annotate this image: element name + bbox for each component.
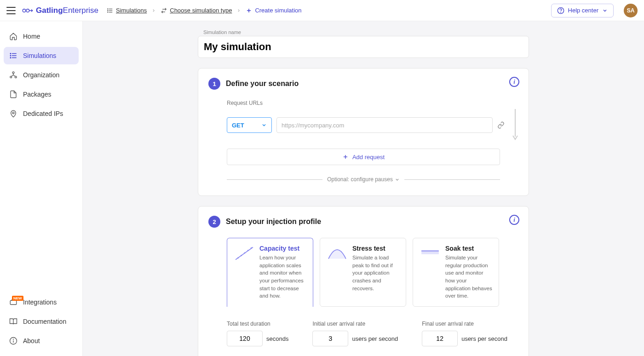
http-method-select[interactable]: GET — [227, 117, 272, 133]
svg-point-5 — [108, 8, 108, 9]
sidebar-item-simulations[interactable]: Simulations — [4, 47, 79, 64]
plus-icon — [342, 154, 349, 160]
duration-input[interactable] — [227, 331, 263, 346]
svg-point-18 — [12, 72, 14, 74]
home-icon — [9, 32, 17, 40]
profile-title: Soak test — [445, 245, 492, 252]
final-rate-input[interactable] — [422, 331, 458, 346]
info-icon[interactable]: i — [509, 77, 519, 87]
sidebar-item-organization[interactable]: Organization — [4, 66, 79, 84]
chevron-down-icon — [261, 122, 267, 128]
profile-card-capacity[interactable]: Capacity test Learn how your application… — [227, 238, 313, 307]
chevron-right-icon — [236, 8, 241, 13]
step-number: 1 — [208, 78, 220, 90]
sidebar-item-label: Documentation — [23, 318, 66, 325]
user-avatar[interactable]: SA — [624, 4, 638, 17]
book-icon — [9, 317, 17, 326]
svg-point-6 — [108, 10, 108, 11]
link-icon[interactable] — [497, 121, 505, 129]
capacity-chart-icon — [234, 245, 255, 261]
profile-desc: Simulate a load peak to find out if your… — [352, 254, 399, 292]
param-label: Initial user arrival rate — [312, 321, 398, 327]
initial-rate-input[interactable] — [312, 331, 348, 346]
pin-icon — [9, 109, 17, 118]
step-2-card: 2 Setup your injection profile i Capacit… — [198, 206, 529, 356]
profile-card-soak[interactable]: Soak test Simulate your regular producti… — [413, 238, 499, 307]
sidebar-item-label: Home — [23, 33, 40, 40]
breadcrumb-label: Choose simulation type — [170, 7, 232, 14]
svg-point-0 — [23, 9, 26, 12]
plus-icon — [246, 7, 252, 14]
soak-chart-icon — [420, 245, 441, 261]
breadcrumb-label: Simulations — [116, 7, 147, 14]
svg-point-31 — [244, 253, 245, 254]
breadcrumb-label: Create simulation — [255, 7, 301, 14]
sidebar-item-documentation[interactable]: Documentation — [4, 313, 79, 330]
sidebar-item-label: About — [23, 337, 40, 345]
configure-pauses-toggle[interactable]: Optional: configure pauses — [327, 176, 400, 183]
sidebar-item-label: Organization — [23, 71, 59, 79]
sidebar-item-about[interactable]: About — [4, 332, 79, 350]
sidebar-item-integrations[interactable]: NEW Integrations — [4, 293, 79, 311]
http-method-value: GET — [232, 122, 244, 129]
svg-point-25 — [13, 339, 14, 339]
svg-point-17 — [10, 57, 11, 58]
sidebar: Home Simulations Organization Packages D… — [0, 21, 83, 356]
profile-title: Capacity test — [259, 245, 306, 252]
chevron-down-icon — [602, 8, 608, 13]
svg-point-15 — [10, 53, 11, 54]
param-unit: seconds — [266, 335, 288, 342]
profile-title: Stress test — [352, 245, 399, 252]
profile-card-stress[interactable]: Stress test Simulate a load peak to find… — [320, 238, 406, 307]
profile-desc: Learn how your application scales and mo… — [259, 254, 306, 300]
sidebar-item-label: Packages — [23, 91, 51, 98]
svg-point-16 — [10, 55, 11, 56]
new-badge: NEW — [12, 296, 23, 301]
param-final-rate: Final user arrival rate users per second — [422, 321, 507, 346]
svg-point-11 — [560, 12, 561, 12]
param-label: Total test duration — [227, 321, 288, 327]
svg-point-1 — [26, 9, 29, 12]
sidebar-item-label: Dedicated IPs — [23, 110, 63, 117]
request-url-input[interactable] — [276, 117, 493, 133]
step-title: Define your scenario — [226, 80, 299, 88]
list-icon — [9, 52, 17, 60]
breadcrumb-simulations[interactable]: Simulations — [107, 7, 147, 14]
brand-logo[interactable]: GatlingEnterprise — [21, 6, 98, 15]
svg-point-29 — [237, 257, 239, 258]
info-icon[interactable]: i — [509, 215, 519, 225]
request-urls-label: Request URLs — [227, 100, 518, 106]
svg-point-7 — [108, 11, 108, 12]
svg-point-30 — [241, 255, 242, 256]
chevron-right-icon — [151, 8, 156, 13]
simulation-name-label: Simulation name — [198, 29, 529, 35]
configure-pauses-label: Optional: configure pauses — [327, 176, 393, 183]
chevron-down-icon — [395, 177, 400, 182]
sidebar-item-home[interactable]: Home — [4, 28, 79, 45]
sidebar-item-dedicated-ips[interactable]: Dedicated IPs — [4, 105, 79, 122]
help-label: Help center — [568, 7, 598, 14]
flow-arrow-icon — [512, 109, 518, 141]
breadcrumb-create-simulation[interactable]: Create simulation — [246, 7, 301, 14]
add-request-label: Add request — [352, 154, 385, 161]
svg-point-33 — [251, 247, 252, 249]
stress-chart-icon — [327, 245, 348, 261]
hamburger-menu-icon[interactable] — [6, 7, 16, 14]
param-label: Final user arrival rate — [422, 321, 507, 327]
add-request-button[interactable]: Add request — [227, 149, 500, 165]
gatling-logo-icon — [21, 6, 33, 15]
param-initial-rate: Initial user arrival rate users per seco… — [312, 321, 398, 346]
svg-rect-22 — [10, 300, 17, 304]
sidebar-item-label: Simulations — [23, 52, 56, 59]
sidebar-item-packages[interactable]: Packages — [4, 86, 79, 103]
help-center-button[interactable]: Help center — [551, 4, 614, 17]
svg-rect-34 — [421, 251, 439, 254]
help-icon — [557, 7, 564, 14]
profile-desc: Simulate your regular production use and… — [445, 254, 492, 300]
step-title: Setup your injection profile — [226, 218, 321, 226]
sidebar-item-label: Integrations — [23, 299, 57, 306]
simulation-name-input[interactable] — [198, 36, 529, 58]
breadcrumb-choose-type[interactable]: Choose simulation type — [161, 7, 232, 14]
swap-icon — [161, 7, 167, 14]
step-1-card: 1 Define your scenario i Request URLs GE… — [198, 68, 529, 196]
